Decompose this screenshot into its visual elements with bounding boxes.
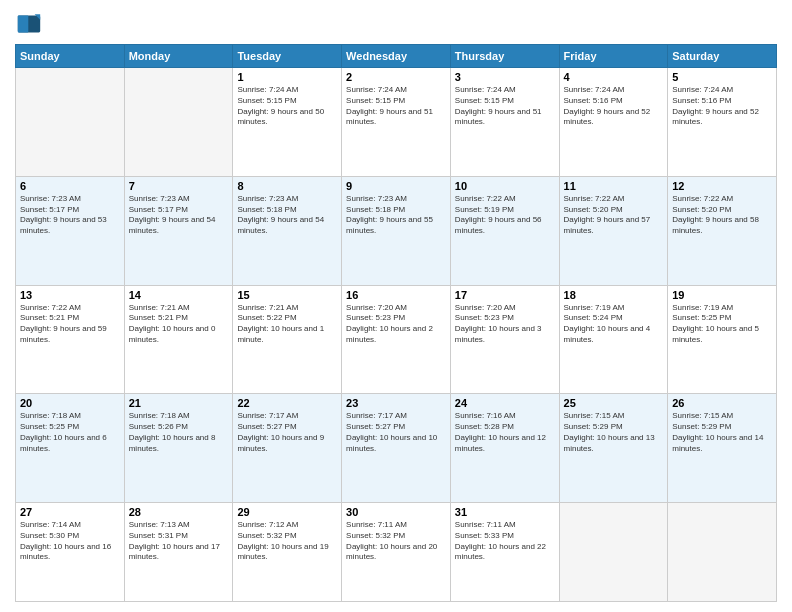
day-number: 15 <box>237 289 337 301</box>
calendar-cell: 9Sunrise: 7:23 AM Sunset: 5:18 PM Daylig… <box>342 176 451 285</box>
day-number: 9 <box>346 180 446 192</box>
day-info: Sunrise: 7:22 AM Sunset: 5:20 PM Dayligh… <box>672 194 772 237</box>
calendar-cell: 15Sunrise: 7:21 AM Sunset: 5:22 PM Dayli… <box>233 285 342 394</box>
calendar-cell: 21Sunrise: 7:18 AM Sunset: 5:26 PM Dayli… <box>124 394 233 503</box>
weekday-header-saturday: Saturday <box>668 45 777 68</box>
day-info: Sunrise: 7:18 AM Sunset: 5:25 PM Dayligh… <box>20 411 120 454</box>
weekday-header-row: SundayMondayTuesdayWednesdayThursdayFrid… <box>16 45 777 68</box>
calendar-cell <box>124 68 233 177</box>
day-number: 23 <box>346 397 446 409</box>
day-info: Sunrise: 7:22 AM Sunset: 5:20 PM Dayligh… <box>564 194 664 237</box>
calendar-row-4: 20Sunrise: 7:18 AM Sunset: 5:25 PM Dayli… <box>16 394 777 503</box>
day-number: 19 <box>672 289 772 301</box>
calendar-row-5: 27Sunrise: 7:14 AM Sunset: 5:30 PM Dayli… <box>16 503 777 602</box>
day-info: Sunrise: 7:17 AM Sunset: 5:27 PM Dayligh… <box>237 411 337 454</box>
day-info: Sunrise: 7:14 AM Sunset: 5:30 PM Dayligh… <box>20 520 120 563</box>
page: SundayMondayTuesdayWednesdayThursdayFrid… <box>0 0 792 612</box>
day-number: 21 <box>129 397 229 409</box>
weekday-header-wednesday: Wednesday <box>342 45 451 68</box>
day-number: 25 <box>564 397 664 409</box>
calendar-cell <box>559 503 668 602</box>
svg-rect-2 <box>18 16 29 33</box>
day-number: 20 <box>20 397 120 409</box>
calendar-cell: 23Sunrise: 7:17 AM Sunset: 5:27 PM Dayli… <box>342 394 451 503</box>
calendar-cell: 14Sunrise: 7:21 AM Sunset: 5:21 PM Dayli… <box>124 285 233 394</box>
calendar-cell: 22Sunrise: 7:17 AM Sunset: 5:27 PM Dayli… <box>233 394 342 503</box>
calendar-cell: 16Sunrise: 7:20 AM Sunset: 5:23 PM Dayli… <box>342 285 451 394</box>
day-number: 17 <box>455 289 555 301</box>
day-number: 11 <box>564 180 664 192</box>
calendar-cell: 25Sunrise: 7:15 AM Sunset: 5:29 PM Dayli… <box>559 394 668 503</box>
day-info: Sunrise: 7:17 AM Sunset: 5:27 PM Dayligh… <box>346 411 446 454</box>
day-info: Sunrise: 7:15 AM Sunset: 5:29 PM Dayligh… <box>672 411 772 454</box>
day-info: Sunrise: 7:24 AM Sunset: 5:16 PM Dayligh… <box>564 85 664 128</box>
day-number: 16 <box>346 289 446 301</box>
day-number: 26 <box>672 397 772 409</box>
day-number: 29 <box>237 506 337 518</box>
day-info: Sunrise: 7:24 AM Sunset: 5:15 PM Dayligh… <box>237 85 337 128</box>
day-number: 8 <box>237 180 337 192</box>
day-info: Sunrise: 7:23 AM Sunset: 5:17 PM Dayligh… <box>129 194 229 237</box>
day-number: 28 <box>129 506 229 518</box>
calendar-cell: 5Sunrise: 7:24 AM Sunset: 5:16 PM Daylig… <box>668 68 777 177</box>
calendar-cell: 3Sunrise: 7:24 AM Sunset: 5:15 PM Daylig… <box>450 68 559 177</box>
day-info: Sunrise: 7:19 AM Sunset: 5:24 PM Dayligh… <box>564 303 664 346</box>
calendar-cell <box>16 68 125 177</box>
day-info: Sunrise: 7:11 AM Sunset: 5:32 PM Dayligh… <box>346 520 446 563</box>
day-info: Sunrise: 7:23 AM Sunset: 5:18 PM Dayligh… <box>346 194 446 237</box>
day-info: Sunrise: 7:23 AM Sunset: 5:17 PM Dayligh… <box>20 194 120 237</box>
day-info: Sunrise: 7:19 AM Sunset: 5:25 PM Dayligh… <box>672 303 772 346</box>
day-number: 14 <box>129 289 229 301</box>
calendar-cell: 6Sunrise: 7:23 AM Sunset: 5:17 PM Daylig… <box>16 176 125 285</box>
day-info: Sunrise: 7:23 AM Sunset: 5:18 PM Dayligh… <box>237 194 337 237</box>
calendar-cell: 28Sunrise: 7:13 AM Sunset: 5:31 PM Dayli… <box>124 503 233 602</box>
day-number: 22 <box>237 397 337 409</box>
day-number: 30 <box>346 506 446 518</box>
weekday-header-monday: Monday <box>124 45 233 68</box>
day-info: Sunrise: 7:21 AM Sunset: 5:21 PM Dayligh… <box>129 303 229 346</box>
calendar-cell <box>668 503 777 602</box>
logo-icon <box>15 10 43 38</box>
day-number: 2 <box>346 71 446 83</box>
day-info: Sunrise: 7:21 AM Sunset: 5:22 PM Dayligh… <box>237 303 337 346</box>
calendar-cell: 10Sunrise: 7:22 AM Sunset: 5:19 PM Dayli… <box>450 176 559 285</box>
day-info: Sunrise: 7:18 AM Sunset: 5:26 PM Dayligh… <box>129 411 229 454</box>
calendar-cell: 30Sunrise: 7:11 AM Sunset: 5:32 PM Dayli… <box>342 503 451 602</box>
day-info: Sunrise: 7:22 AM Sunset: 5:21 PM Dayligh… <box>20 303 120 346</box>
calendar-cell: 27Sunrise: 7:14 AM Sunset: 5:30 PM Dayli… <box>16 503 125 602</box>
weekday-header-tuesday: Tuesday <box>233 45 342 68</box>
calendar-cell: 17Sunrise: 7:20 AM Sunset: 5:23 PM Dayli… <box>450 285 559 394</box>
calendar-cell: 31Sunrise: 7:11 AM Sunset: 5:33 PM Dayli… <box>450 503 559 602</box>
calendar-cell: 12Sunrise: 7:22 AM Sunset: 5:20 PM Dayli… <box>668 176 777 285</box>
logo <box>15 10 47 38</box>
weekday-header-sunday: Sunday <box>16 45 125 68</box>
day-number: 12 <box>672 180 772 192</box>
weekday-header-thursday: Thursday <box>450 45 559 68</box>
day-info: Sunrise: 7:24 AM Sunset: 5:15 PM Dayligh… <box>346 85 446 128</box>
day-number: 5 <box>672 71 772 83</box>
day-number: 13 <box>20 289 120 301</box>
calendar-cell: 4Sunrise: 7:24 AM Sunset: 5:16 PM Daylig… <box>559 68 668 177</box>
calendar-cell: 8Sunrise: 7:23 AM Sunset: 5:18 PM Daylig… <box>233 176 342 285</box>
day-number: 3 <box>455 71 555 83</box>
calendar-cell: 13Sunrise: 7:22 AM Sunset: 5:21 PM Dayli… <box>16 285 125 394</box>
calendar-cell: 29Sunrise: 7:12 AM Sunset: 5:32 PM Dayli… <box>233 503 342 602</box>
day-number: 4 <box>564 71 664 83</box>
day-number: 24 <box>455 397 555 409</box>
calendar-cell: 24Sunrise: 7:16 AM Sunset: 5:28 PM Dayli… <box>450 394 559 503</box>
calendar-cell: 7Sunrise: 7:23 AM Sunset: 5:17 PM Daylig… <box>124 176 233 285</box>
day-info: Sunrise: 7:24 AM Sunset: 5:16 PM Dayligh… <box>672 85 772 128</box>
calendar-cell: 19Sunrise: 7:19 AM Sunset: 5:25 PM Dayli… <box>668 285 777 394</box>
calendar-table: SundayMondayTuesdayWednesdayThursdayFrid… <box>15 44 777 602</box>
day-number: 18 <box>564 289 664 301</box>
day-info: Sunrise: 7:20 AM Sunset: 5:23 PM Dayligh… <box>455 303 555 346</box>
calendar-cell: 20Sunrise: 7:18 AM Sunset: 5:25 PM Dayli… <box>16 394 125 503</box>
calendar-cell: 11Sunrise: 7:22 AM Sunset: 5:20 PM Dayli… <box>559 176 668 285</box>
calendar-row-2: 6Sunrise: 7:23 AM Sunset: 5:17 PM Daylig… <box>16 176 777 285</box>
day-info: Sunrise: 7:15 AM Sunset: 5:29 PM Dayligh… <box>564 411 664 454</box>
day-info: Sunrise: 7:24 AM Sunset: 5:15 PM Dayligh… <box>455 85 555 128</box>
calendar-cell: 18Sunrise: 7:19 AM Sunset: 5:24 PM Dayli… <box>559 285 668 394</box>
header <box>15 10 777 38</box>
day-info: Sunrise: 7:13 AM Sunset: 5:31 PM Dayligh… <box>129 520 229 563</box>
day-number: 31 <box>455 506 555 518</box>
